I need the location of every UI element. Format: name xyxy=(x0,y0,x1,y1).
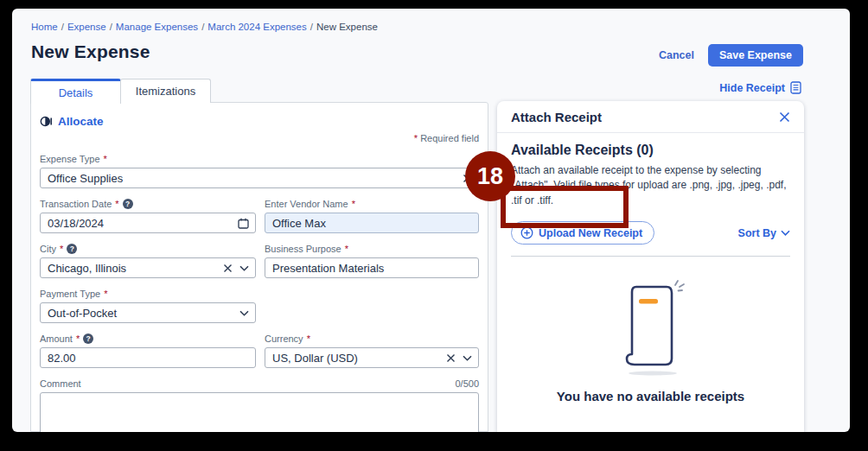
business-purpose-input[interactable] xyxy=(265,257,479,278)
allocate-label: Allocate xyxy=(58,115,104,128)
available-receipts-heading: Available Receipts (0) xyxy=(511,143,790,158)
sort-by-label: Sort By xyxy=(738,227,776,239)
allocate-pie-icon xyxy=(40,115,53,128)
transaction-date-field[interactable] xyxy=(40,213,256,233)
breadcrumb-separator: / xyxy=(61,22,64,32)
business-purpose-label: Business Purpose* xyxy=(265,244,479,254)
breadcrumb: Home/Expense/Manage Expenses/March 2024 … xyxy=(31,22,378,32)
calendar-icon[interactable] xyxy=(238,218,249,229)
chevron-down-icon[interactable] xyxy=(239,265,249,271)
required-note-label: Required field xyxy=(420,133,479,143)
page-content: Home/Expense/Manage Expenses/March 2024 … xyxy=(12,9,850,432)
payment-type-input[interactable] xyxy=(40,302,256,323)
panel-divider xyxy=(511,256,790,257)
window-frame: Home/Expense/Manage Expenses/March 2024 … xyxy=(0,0,868,451)
comment-field[interactable] xyxy=(40,392,479,432)
vendor-name-field[interactable] xyxy=(265,213,479,233)
chevron-down-icon[interactable] xyxy=(463,355,472,361)
tab-itemizations[interactable]: Itemizations xyxy=(120,79,211,103)
tab-details[interactable]: Details xyxy=(30,79,121,104)
currency-label: Currency* xyxy=(265,333,479,344)
breadcrumb-separator: / xyxy=(201,22,204,32)
comment-textarea[interactable] xyxy=(40,392,479,432)
close-icon[interactable] xyxy=(779,111,790,123)
transaction-date-label: Transaction Date* ? xyxy=(40,199,256,209)
breadcrumb-separator: / xyxy=(110,22,112,32)
transaction-date-input[interactable] xyxy=(40,213,256,233)
required-field-note: * Required field xyxy=(40,133,479,143)
allocate-link[interactable]: Allocate xyxy=(40,115,479,128)
breadcrumb-link-home[interactable]: Home xyxy=(31,22,58,32)
page-title: New Expense xyxy=(31,41,150,62)
amount-label: Amount* ? xyxy=(40,333,256,344)
amount-input[interactable] xyxy=(40,347,256,368)
help-icon[interactable]: ? xyxy=(123,199,133,209)
vendor-name-label: Enter Vendor Name* xyxy=(265,199,479,209)
comment-label: Comment xyxy=(40,378,81,389)
attach-receipt-title: Attach Receipt xyxy=(511,110,602,124)
callout-step-badge: 18 xyxy=(465,151,515,201)
hide-receipt-link[interactable]: Hide Receipt xyxy=(719,81,801,94)
breadcrumb-current: New Expense xyxy=(316,22,378,32)
required-asterisk: * xyxy=(345,244,348,254)
vendor-name-input[interactable] xyxy=(265,213,479,233)
payment-type-label: Payment Type* xyxy=(40,289,256,299)
city-field[interactable] xyxy=(40,257,256,278)
hide-receipt-label: Hide Receipt xyxy=(719,82,785,94)
required-asterisk: * xyxy=(76,333,80,344)
plus-circle-icon xyxy=(520,226,533,239)
breadcrumb-link-expense[interactable]: Expense xyxy=(67,22,106,32)
header-actions: Cancel Save Expense xyxy=(659,44,803,67)
attach-receipt-panel: Attach Receipt Available Receipts (0) At… xyxy=(497,101,804,432)
required-asterisk: * xyxy=(414,133,418,143)
upload-new-receipt-button[interactable]: Upload New Receipt xyxy=(511,221,654,245)
currency-select[interactable] xyxy=(265,347,479,368)
amount-field[interactable] xyxy=(40,347,256,368)
comment-char-counter: 0/500 xyxy=(455,378,479,389)
breadcrumb-link-march-2024-expenses[interactable]: March 2024 Expenses xyxy=(207,22,306,32)
save-expense-button[interactable]: Save Expense xyxy=(708,44,803,67)
upload-new-receipt-label: Upload New Receipt xyxy=(539,227,642,239)
required-asterisk: * xyxy=(104,154,107,164)
required-asterisk: * xyxy=(307,333,310,344)
tab-bar: Details Itemizations xyxy=(30,79,211,103)
expense-form-card: Allocate * Required field Expense Type* xyxy=(30,102,488,432)
required-asterisk: * xyxy=(60,244,63,254)
breadcrumb-separator: / xyxy=(310,22,313,32)
help-icon[interactable]: ? xyxy=(83,333,93,344)
chevron-down-icon xyxy=(781,230,790,236)
business-purpose-field[interactable] xyxy=(265,257,479,278)
receipt-icon xyxy=(790,81,801,94)
clear-icon[interactable] xyxy=(446,353,456,363)
breadcrumb-link-manage-expenses[interactable]: Manage Expenses xyxy=(116,22,198,32)
expense-type-field[interactable] xyxy=(40,168,479,188)
available-receipts-description: Attach an available receipt to the expen… xyxy=(511,163,790,208)
required-asterisk: * xyxy=(104,289,107,299)
expense-type-label: Expense Type* xyxy=(40,154,479,164)
chevron-down-icon[interactable] xyxy=(239,310,249,316)
sort-by-dropdown[interactable]: Sort By xyxy=(738,227,790,239)
empty-state-text: You have no available receipts xyxy=(511,389,790,403)
required-asterisk: * xyxy=(115,199,118,209)
cancel-button[interactable]: Cancel xyxy=(659,49,694,61)
empty-receipt-illustration xyxy=(610,278,692,380)
required-asterisk: * xyxy=(352,199,355,209)
callout-step-number: 18 xyxy=(477,163,503,190)
clear-icon[interactable] xyxy=(223,264,233,273)
payment-type-select[interactable] xyxy=(40,302,256,323)
city-label: City* ? xyxy=(40,244,256,254)
help-icon[interactable]: ? xyxy=(67,244,77,254)
expense-type-input[interactable] xyxy=(40,168,479,188)
